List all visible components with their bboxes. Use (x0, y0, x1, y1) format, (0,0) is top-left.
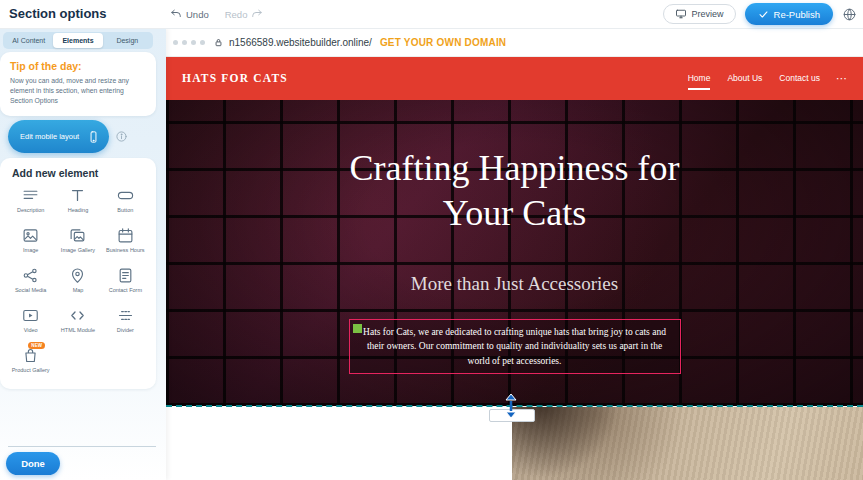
hero-title-line1: Crafting Happiness for (350, 146, 680, 191)
selection-handle[interactable] (353, 324, 362, 333)
hero-paragraph: Hats for Cats, we are dedicated to craft… (362, 325, 668, 368)
dot-icon (182, 40, 187, 45)
preview-button[interactable]: Preview (663, 4, 736, 24)
element-image-gallery[interactable]: Image Gallery (55, 227, 100, 258)
next-section-text-area[interactable] (166, 407, 512, 480)
redo-label: Redo (225, 9, 248, 20)
element-divider[interactable]: Divider (103, 307, 148, 338)
undo-button[interactable]: Undo (170, 8, 209, 20)
element-image[interactable]: Image (8, 227, 53, 258)
site-nav: Home About Us Contact us (688, 73, 820, 83)
element-business-hours[interactable]: Business Hours (103, 227, 148, 258)
sidebar-tabs: AI Content Elements Design (3, 32, 153, 49)
phone-icon (87, 127, 100, 147)
tab-design[interactable]: Design (103, 33, 152, 48)
browser-chrome: n1566589.websitebuilder.online/ GET YOUR… (166, 28, 863, 57)
get-domain-link[interactable]: GET YOUR OWN DOMAIN (380, 37, 506, 48)
topbar: Section options Undo Redo Preview Re-Pub… (0, 0, 863, 29)
divider-icon (117, 307, 134, 324)
edit-mobile-layout-button[interactable]: Edit mobile layout (8, 120, 109, 153)
tip-title: Tip of the day: (10, 60, 146, 72)
site-header: HATS FOR CATS Home About Us Contact us ⋯ (166, 56, 863, 100)
dot-icon (200, 40, 205, 45)
nav-about-us[interactable]: About Us (727, 73, 762, 83)
element-contact-form[interactable]: Contact Form (103, 267, 148, 298)
section-resize-handle[interactable] (504, 393, 518, 419)
republish-button[interactable]: Re-Publish (745, 3, 833, 25)
element-grid: Description Heading Button Image Image G… (8, 187, 148, 378)
nav-contact-us[interactable]: Contact us (779, 73, 820, 83)
tip-of-the-day-card: Tip of the day: Now you can add, move an… (0, 52, 156, 116)
hero-title-line2: Your Cats (350, 191, 680, 236)
tab-elements[interactable]: Elements (53, 33, 102, 48)
element-button[interactable]: Button (103, 187, 148, 218)
browser-dots (173, 40, 205, 45)
element-html-module[interactable]: HTML Module (55, 307, 100, 338)
hero-section: Crafting Happiness for Your Cats More th… (166, 100, 863, 406)
new-badge: NEW (28, 342, 45, 349)
history-controls: Undo Redo (170, 0, 263, 28)
undo-label: Undo (186, 9, 209, 20)
element-heading[interactable]: Heading (55, 187, 100, 218)
resize-vertical-icon (504, 393, 518, 419)
topbar-actions: Preview Re-Publish (663, 0, 857, 28)
mobile-layout-row: Edit mobile layout (8, 120, 128, 153)
next-section-photo[interactable] (512, 407, 863, 480)
preview-label: Preview (692, 9, 724, 19)
site-logo[interactable]: HATS FOR CATS (182, 72, 288, 84)
hero-subtitle[interactable]: More than Just Accessories (411, 273, 618, 295)
nav-more-button[interactable]: ⋯ (836, 73, 847, 84)
info-button[interactable] (115, 130, 128, 143)
redo-button[interactable]: Redo (225, 8, 264, 20)
site-preview: HATS FOR CATS Home About Us Contact us ⋯… (166, 56, 863, 480)
shopping-bag-icon (22, 347, 39, 364)
element-product-gallery[interactable]: NEW Product Gallery (8, 347, 53, 378)
sidebar-divider (8, 446, 156, 447)
dot-icon (191, 40, 196, 45)
panel-title: Add new element (12, 167, 148, 179)
video-icon (22, 307, 39, 324)
element-description[interactable]: Description (8, 187, 53, 218)
business-hours-icon (117, 227, 134, 244)
button-icon (117, 187, 134, 204)
contact-form-icon (117, 267, 134, 284)
map-pin-icon (69, 267, 86, 284)
sidebar: AI Content Elements Design Tip of the da… (0, 28, 166, 480)
element-social-media[interactable]: Social Media (8, 267, 53, 298)
language-globe-button[interactable] (842, 7, 857, 22)
site-url: n1566589.websitebuilder.online/ (229, 37, 372, 48)
globe-icon (842, 7, 857, 22)
image-icon (22, 227, 39, 244)
code-icon (69, 307, 86, 324)
page-title: Section options (9, 0, 107, 28)
hero-title[interactable]: Crafting Happiness for Your Cats (350, 146, 680, 236)
description-icon (22, 187, 39, 204)
element-video[interactable]: Video (8, 307, 53, 338)
undo-icon (170, 8, 182, 20)
done-button[interactable]: Done (6, 452, 60, 475)
check-icon (758, 9, 769, 20)
dot-icon (173, 40, 178, 45)
lock-icon (214, 37, 223, 48)
hero-paragraph-selected-element[interactable]: Hats for Cats, we are dedicated to craft… (349, 319, 681, 374)
tip-body: Now you can add, move and resize any ele… (10, 76, 146, 106)
republish-label: Re-Publish (774, 9, 820, 20)
social-media-icon (22, 267, 39, 284)
add-element-panel: Add new element Description Heading Butt… (0, 158, 156, 389)
element-map[interactable]: Map (55, 267, 100, 298)
nav-home[interactable]: Home (688, 73, 711, 83)
info-icon (115, 130, 128, 143)
edit-mobile-label: Edit mobile layout (20, 132, 79, 141)
monitor-icon (675, 8, 687, 20)
image-gallery-icon (69, 227, 86, 244)
heading-icon (69, 187, 86, 204)
tab-ai-content[interactable]: AI Content (4, 33, 53, 48)
redo-icon (251, 8, 263, 20)
